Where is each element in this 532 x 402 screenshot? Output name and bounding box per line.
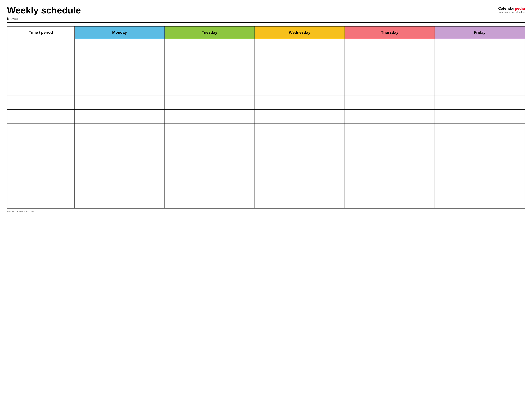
- cell-row2-col3[interactable]: [254, 67, 345, 81]
- table-row: [7, 180, 525, 194]
- title-section: Weekly schedule Name:: [7, 5, 81, 21]
- col-header-tuesday: Tuesday: [165, 26, 254, 39]
- cell-row2-col4[interactable]: [345, 67, 435, 81]
- cell-row1-col1[interactable]: [75, 53, 165, 67]
- cell-row4-col2[interactable]: [165, 95, 254, 109]
- cell-row9-col3[interactable]: [254, 166, 345, 180]
- cell-row11-col4[interactable]: [345, 194, 435, 208]
- cell-row10-col1[interactable]: [75, 180, 165, 194]
- cell-row8-col5[interactable]: [435, 152, 525, 166]
- cell-row0-col0[interactable]: [7, 39, 75, 53]
- cell-row1-col3[interactable]: [254, 53, 345, 67]
- logo-tagline: Your source for calendars: [499, 11, 525, 13]
- logo-calendar: Calendar: [498, 6, 515, 11]
- table-header-row: Time / period Monday Tuesday Wednesday T…: [7, 26, 525, 39]
- cell-row11-col2[interactable]: [165, 194, 254, 208]
- cell-row1-col4[interactable]: [345, 53, 435, 67]
- cell-row9-col1[interactable]: [75, 166, 165, 180]
- cell-row7-col3[interactable]: [254, 138, 345, 152]
- cell-row9-col2[interactable]: [165, 166, 254, 180]
- cell-row2-col5[interactable]: [435, 67, 525, 81]
- cell-row8-col3[interactable]: [254, 152, 345, 166]
- cell-row7-col0[interactable]: [7, 138, 75, 152]
- page-header: Weekly schedule Name: Calendarpedia Your…: [7, 5, 525, 21]
- cell-row7-col4[interactable]: [345, 138, 435, 152]
- cell-row7-col5[interactable]: [435, 138, 525, 152]
- cell-row4-col3[interactable]: [254, 95, 345, 109]
- cell-row3-col5[interactable]: [435, 81, 525, 95]
- cell-row6-col3[interactable]: [254, 123, 345, 138]
- cell-row6-col4[interactable]: [345, 123, 435, 138]
- cell-row5-col4[interactable]: [345, 109, 435, 123]
- cell-row10-col5[interactable]: [435, 180, 525, 194]
- cell-row2-col0[interactable]: [7, 67, 75, 81]
- cell-row10-col4[interactable]: [345, 180, 435, 194]
- cell-row10-col0[interactable]: [7, 180, 75, 194]
- col-header-wednesday: Wednesday: [254, 26, 345, 39]
- cell-row10-col2[interactable]: [165, 180, 254, 194]
- cell-row10-col3[interactable]: [254, 180, 345, 194]
- cell-row3-col4[interactable]: [345, 81, 435, 95]
- cell-row4-col1[interactable]: [75, 95, 165, 109]
- cell-row0-col4[interactable]: [345, 39, 435, 53]
- cell-row5-col0[interactable]: [7, 109, 75, 123]
- cell-row3-col1[interactable]: [75, 81, 165, 95]
- cell-row0-col5[interactable]: [435, 39, 525, 53]
- table-row: [7, 166, 525, 180]
- cell-row3-col0[interactable]: [7, 81, 75, 95]
- cell-row11-col5[interactable]: [435, 194, 525, 208]
- cell-row11-col3[interactable]: [254, 194, 345, 208]
- logo-section: Calendarpedia Your source for calendars: [498, 5, 525, 13]
- col-header-time: Time / period: [7, 26, 75, 39]
- cell-row0-col1[interactable]: [75, 39, 165, 53]
- cell-row1-col2[interactable]: [165, 53, 254, 67]
- cell-row2-col1[interactable]: [75, 67, 165, 81]
- cell-row4-col5[interactable]: [435, 95, 525, 109]
- cell-row6-col5[interactable]: [435, 123, 525, 138]
- cell-row3-col3[interactable]: [254, 81, 345, 95]
- footer: © www.calendarpedia.com: [7, 210, 525, 213]
- cell-row8-col4[interactable]: [345, 152, 435, 166]
- cell-row11-col1[interactable]: [75, 194, 165, 208]
- cell-row4-col4[interactable]: [345, 95, 435, 109]
- table-row: [7, 123, 525, 138]
- cell-row6-col0[interactable]: [7, 123, 75, 138]
- cell-row9-col0[interactable]: [7, 166, 75, 180]
- table-row: [7, 109, 525, 123]
- table-row: [7, 39, 525, 53]
- cell-row8-col1[interactable]: [75, 152, 165, 166]
- logo-text: Calendarpedia: [498, 6, 525, 11]
- table-row: [7, 194, 525, 208]
- cell-row7-col2[interactable]: [165, 138, 254, 152]
- table-row: [7, 138, 525, 152]
- col-header-friday: Friday: [435, 26, 525, 39]
- cell-row6-col1[interactable]: [75, 123, 165, 138]
- logo-pedia: pedia: [515, 6, 525, 11]
- cell-row0-col2[interactable]: [165, 39, 254, 53]
- cell-row5-col1[interactable]: [75, 109, 165, 123]
- cell-row9-col5[interactable]: [435, 166, 525, 180]
- table-row: [7, 53, 525, 67]
- cell-row2-col2[interactable]: [165, 67, 254, 81]
- cell-row3-col2[interactable]: [165, 81, 254, 95]
- cell-row8-col0[interactable]: [7, 152, 75, 166]
- cell-row11-col0[interactable]: [7, 194, 75, 208]
- table-row: [7, 152, 525, 166]
- col-header-monday: Monday: [75, 26, 165, 39]
- cell-row8-col2[interactable]: [165, 152, 254, 166]
- cell-row5-col3[interactable]: [254, 109, 345, 123]
- cell-row5-col2[interactable]: [165, 109, 254, 123]
- cell-row7-col1[interactable]: [75, 138, 165, 152]
- copyright-text: © www.calendarpedia.com: [7, 210, 34, 213]
- table-row: [7, 95, 525, 109]
- table-row: [7, 81, 525, 95]
- page-title: Weekly schedule: [7, 5, 81, 15]
- cell-row1-col5[interactable]: [435, 53, 525, 67]
- cell-row6-col2[interactable]: [165, 123, 254, 138]
- cell-row0-col3[interactable]: [254, 39, 345, 53]
- cell-row4-col0[interactable]: [7, 95, 75, 109]
- cell-row1-col0[interactable]: [7, 53, 75, 67]
- cell-row5-col5[interactable]: [435, 109, 525, 123]
- cell-row9-col4[interactable]: [345, 166, 435, 180]
- schedule-body: [7, 39, 525, 208]
